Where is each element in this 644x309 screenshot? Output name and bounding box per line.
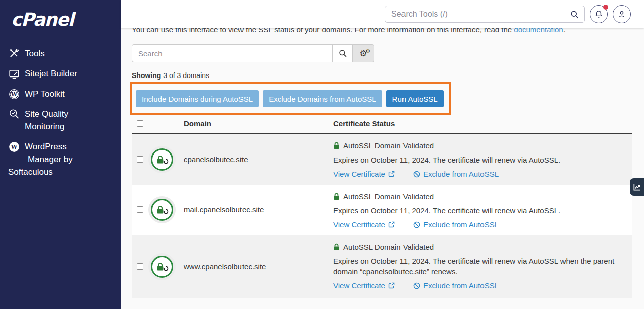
exclude-from-autossl-link[interactable]: Exclude from AutoSSL <box>413 281 499 290</box>
cpanel-logo[interactable]: cPanel <box>11 9 73 30</box>
column-header-certificate-status: Certificate Status <box>333 119 395 128</box>
select-domain-checkbox[interactable] <box>137 206 143 213</box>
external-link-icon <box>388 171 395 177</box>
sidebar-item-tools[interactable]: Tools <box>8 47 116 60</box>
ssl-status-badge <box>148 146 176 173</box>
status-text: AutoSSL Domain Validated <box>343 243 434 251</box>
autorenew-icon <box>163 209 169 214</box>
exclude-from-autossl-link[interactable]: Exclude from AutoSSL <box>413 220 499 229</box>
ban-icon <box>413 221 420 228</box>
select-domain-checkbox[interactable] <box>137 263 143 270</box>
domain-filter-group: ⚙ ⚙ <box>132 44 374 62</box>
lock-icon <box>333 142 340 149</box>
domain-search-input[interactable] <box>132 44 333 62</box>
expiry-text: Expires on October 11, 2024. The certifi… <box>333 256 622 277</box>
svg-text:W: W <box>11 143 18 150</box>
svg-text:W: W <box>11 91 18 97</box>
exclude-from-autossl-link[interactable]: Exclude from AutoSSL <box>413 170 499 178</box>
sidebar-item-label: Tools <box>25 47 45 60</box>
filter-settings-button[interactable]: ⚙ ⚙ <box>352 44 374 62</box>
tools-icon <box>8 47 20 60</box>
ban-icon <box>413 282 420 289</box>
sidebar-item-wordpress-manager[interactable]: W WordPress Manager by Softaculous <box>8 140 116 178</box>
exclude-domains-button[interactable]: Exclude Domains from AutoSSL <box>263 90 382 107</box>
cogs-icon: ⚙ <box>366 49 370 54</box>
wordpress-icon: W <box>8 88 20 100</box>
main-content: You can use this interface to view the S… <box>121 28 644 309</box>
external-link-icon <box>388 221 395 228</box>
lock-icon <box>333 243 340 251</box>
sidebar-item-sitejet-builder[interactable]: Sitejet Builder <box>8 67 116 80</box>
status-text: AutoSSL Domain Validated <box>343 192 434 201</box>
documentation-link[interactable]: documentation <box>514 28 563 34</box>
certificate-status-cell: AutoSSL Domain Validated Expires on Octo… <box>333 141 622 178</box>
autossl-actions-highlight: Include Domains during AutoSSL Exclude D… <box>130 82 451 115</box>
view-certificate-link[interactable]: View Certificate <box>333 281 395 290</box>
ssl-status-badge <box>148 196 176 223</box>
intro-text: You can use this interface to view the S… <box>132 28 566 34</box>
status-text: AutoSSL Domain Validated <box>343 141 434 150</box>
select-all-checkbox[interactable] <box>137 120 143 127</box>
autorenew-icon <box>163 159 169 164</box>
lock-circle-icon <box>151 256 173 278</box>
showing-summary: Showing 3 of 3 domains <box>132 71 209 80</box>
notifications-button[interactable] <box>590 5 608 23</box>
chart-line-icon <box>633 183 641 191</box>
sitejet-builder-icon <box>8 67 20 80</box>
domain-name: www.cpanelsolbutec.site <box>184 262 266 271</box>
certificate-status-cell: AutoSSL Domain Validated Expires on Octo… <box>333 192 622 229</box>
table-row: cpanelsolbutec.site AutoSSL Domain Valid… <box>132 134 632 185</box>
domain-name: mail.cpanelsolbutec.site <box>184 205 264 214</box>
table-header: Domain Certificate Status <box>132 116 632 134</box>
table-row: www.cpanelsolbutec.site AutoSSL Domain V… <box>132 235 632 298</box>
certificate-status-cell: AutoSSL Domain Validated Expires on Octo… <box>333 242 622 290</box>
ssl-status-badge <box>148 253 176 280</box>
domain-search-button[interactable] <box>332 44 353 62</box>
ban-icon <box>413 171 420 178</box>
expiry-text: Expires on October 11, 2024. The certifi… <box>333 205 622 216</box>
lock-circle-icon <box>151 199 173 221</box>
search-icon <box>339 49 347 57</box>
tools-search-input[interactable] <box>385 10 570 19</box>
tools-search-box <box>385 6 585 23</box>
wordpress-icon: W <box>8 140 20 153</box>
table-row: mail.cpanelsolbutec.site AutoSSL Domain … <box>132 185 632 235</box>
sidebar-nav: Tools Sitejet Builder W <box>8 47 116 178</box>
autorenew-icon <box>163 266 169 271</box>
sidebar-item-site-quality-monitoring[interactable]: Site Quality Monitoring <box>8 108 116 133</box>
sidebar-item-label: WP Toolkit <box>25 88 65 100</box>
sidebar-item-label: Site Quality Monitoring <box>25 108 68 133</box>
view-certificate-link[interactable]: View Certificate <box>333 170 395 178</box>
view-certificate-link[interactable]: View Certificate <box>333 220 395 229</box>
sidebar: cPanel Tools Sitejet Bui <box>0 0 121 309</box>
column-header-domain: Domain <box>184 119 211 128</box>
external-link-icon <box>388 282 395 289</box>
analytics-panel-toggle[interactable] <box>630 178 644 196</box>
user-icon <box>618 10 626 18</box>
bell-icon <box>595 10 603 18</box>
include-domains-button[interactable]: Include Domains during AutoSSL <box>136 90 259 107</box>
run-autossl-button[interactable]: Run AutoSSL <box>386 90 444 107</box>
notification-dot <box>603 5 608 10</box>
lock-icon <box>333 193 340 200</box>
user-account-button[interactable] <box>613 5 631 23</box>
search-icon <box>570 10 579 19</box>
magnifier-check-icon <box>8 108 20 120</box>
sidebar-item-label: Sitejet Builder <box>25 67 77 80</box>
select-domain-checkbox[interactable] <box>137 156 143 163</box>
sidebar-item-label: WordPress Manager by Softaculous <box>25 140 73 178</box>
domains-table: Domain Certificate Status cpanelsolbutec… <box>132 116 632 298</box>
sidebar-item-wp-toolkit[interactable]: W WP Toolkit <box>8 88 116 100</box>
expiry-text: Expires on October 11, 2024. The certifi… <box>333 154 622 165</box>
domain-name: cpanelsolbutec.site <box>184 155 248 164</box>
top-header <box>121 0 644 28</box>
lock-circle-icon <box>151 148 173 171</box>
